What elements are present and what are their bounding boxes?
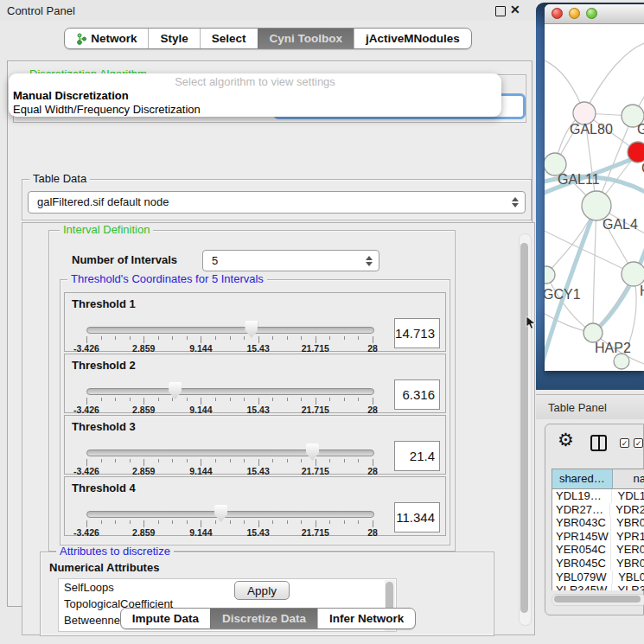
tab-jactivemnodules[interactable]: jActiveMNodules [354,29,471,48]
tick-mark [358,398,359,401]
table-panel: ⚙ ✓ ✓ shared… na YDL19…YDL1YDR27…YDR2YBR… [545,424,644,615]
tab-label: Network [91,32,137,45]
slider-thumb[interactable] [306,443,319,461]
column-layout-icon[interactable] [590,435,607,451]
table-horizontal-scrollbar[interactable] [552,594,644,606]
table-row[interactable]: YLR345WYLR3 [552,583,644,590]
slider-track[interactable] [86,511,374,518]
threshold-panel-4: Threshold 4-3.4262.8599.14415.4321.71528… [64,476,446,536]
threshold-value-field[interactable]: 6.316 [394,379,440,410]
tick-mark [329,459,330,462]
threshold-value-field[interactable]: 14.713 [394,318,440,348]
node-label: GAL11 [558,172,600,187]
tick-label: -3.426 [73,466,99,476]
thresholds-group: Threshold's Coordinates for 5 Intervals … [60,279,450,545]
cell-name: YBR0 [611,516,644,530]
tab-infer-network[interactable]: Infer Network [317,609,415,628]
float-window-icon[interactable] [495,6,506,16]
zoom-button[interactable] [586,8,597,19]
tick-mark [358,520,359,524]
cell-shared-name: YDL19… [552,489,612,503]
node-table[interactable]: shared… na YDL19…YDL1YDR27…YDR2YBR043CYB… [552,469,644,590]
slider-thumb[interactable] [214,505,227,522]
tab-impute-data[interactable]: Impute Data [121,609,210,628]
network-node-gcy1[interactable] [545,266,555,284]
tick-mark [258,336,259,343]
slider-thumb[interactable] [245,321,258,338]
tick-mark [373,336,373,343]
dropdown-option-equal-width-frequency[interactable]: Equal Width/Frequency Discretization [9,103,501,117]
tab-label: Cyni Toolbox [270,32,343,45]
cell-shared-name: YDR27… [552,503,610,517]
minimize-button[interactable] [569,8,580,19]
table-row[interactable]: YBL079WYBL0 [552,571,644,584]
close-icon[interactable]: ✕ [510,3,520,16]
tick-mark [244,520,245,524]
scrollbar-thumb[interactable] [554,596,641,603]
network-view-inner-window: GAL80GACGAL11GAL4GCY1HHAP2 [545,4,644,371]
network-node-c[interactable] [628,142,644,163]
control-panel-tab-bar: NetworkStyleSelectCyni ToolboxjActiveMNo… [0,28,536,49]
tab-cyni-toolbox[interactable]: Cyni Toolbox [258,29,354,48]
checkbox-icon[interactable]: ✓ [634,438,643,448]
tab-style[interactable]: Style [148,29,199,48]
slider-track[interactable] [86,327,374,334]
tick-mark [301,336,302,340]
tick-mark [115,336,116,340]
slider-track[interactable] [86,450,374,456]
cell-shared-name: YLR345W [552,583,612,590]
threshold-value-field[interactable]: 11.344 [394,502,440,532]
tick-mark [316,398,316,405]
table-data-combobox[interactable]: galFiltered.sif default node [28,191,526,214]
tick-mark [143,459,144,466]
table-header-row: shared… na [552,469,644,489]
tick-label: 9.144 [189,405,212,415]
node-label: GAL80 [570,122,613,137]
slider-track[interactable] [86,388,374,395]
table-row[interactable]: YPR145WYPR1 [552,530,644,544]
table-row[interactable]: YER054CYER0 [552,543,644,557]
gear-icon[interactable]: ⚙ [558,430,574,450]
tab-select[interactable]: Select [200,29,258,48]
table-row[interactable]: YDL19…YDL1 [552,489,644,503]
tick-mark [258,520,259,527]
tick-mark [272,459,273,462]
network-canvas[interactable]: GAL80GACGAL11GAL4GCY1HHAP2 [545,24,644,371]
cell-name: YLR3 [612,583,644,590]
tick-mark [373,459,373,466]
network-node-h[interactable] [622,262,644,286]
table-row[interactable]: YBR045CYBR0 [552,557,644,571]
tab-strip: NetworkStyleSelectCyni ToolboxjActiveMNo… [64,28,472,49]
scrollbar-thumb[interactable] [520,243,528,613]
cell-shared-name: YBR045C [552,557,611,571]
network-node[interactable] [614,354,629,369]
tick-label: 28 [367,343,378,354]
node-label: GA [637,122,644,137]
numerical-attributes-label: Numerical Attributes [49,561,159,574]
tab-network[interactable]: Network [65,29,148,48]
attribute-list-item[interactable]: SelfLoops [59,579,396,596]
apply-button[interactable]: Apply [234,581,290,600]
panel-vertical-scrollbar[interactable] [519,233,532,626]
table-row[interactable]: YBR043CYBR0 [552,516,644,530]
tab-label: Infer Network [329,612,404,625]
number-of-intervals-combobox[interactable]: 5 [202,250,379,271]
tick-mark [201,459,201,466]
threshold-value-field[interactable]: 21.4 [394,441,440,471]
network-edge [584,43,644,113]
network-node-hap2[interactable] [583,323,603,342]
slider-thumb[interactable] [169,382,182,399]
close-button[interactable] [552,8,563,19]
table-row[interactable]: YDR27…YDR2 [552,503,644,517]
dropdown-option-manual-discretization[interactable]: Manual Discretization [9,89,501,103]
column-header-shared-name[interactable]: shared… [552,469,613,489]
node-label: H [640,284,644,298]
column-header-name[interactable]: na [613,469,644,489]
tab-discretize-data[interactable]: Discretize Data [210,609,317,628]
tick-mark [272,520,273,524]
tick-mark [172,520,173,524]
node-label: GCY1 [545,287,581,302]
network-node-gal4[interactable] [582,191,611,220]
checkbox-icon[interactable]: ✓ [620,438,629,448]
cell-name: YPR1 [611,530,644,544]
